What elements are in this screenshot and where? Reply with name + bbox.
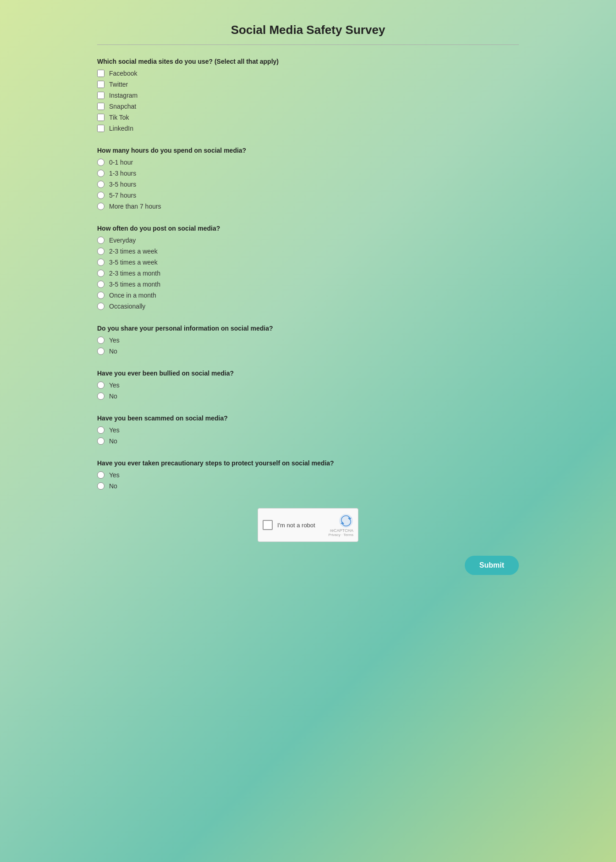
option-row: Tik Tok [97,114,519,121]
radio-post_frequency-4[interactable] [97,281,104,288]
radio-hours_on_social_media-0[interactable] [97,159,104,166]
radio-precautionary_steps-0[interactable] [97,471,104,479]
option-row: Instagram [97,92,519,99]
option-row: Yes [97,337,519,344]
option-label-post_frequency-2[interactable]: 3-5 times a week [109,259,158,266]
checkbox-social_media_sites-5[interactable] [97,125,104,132]
radio-scammed-0[interactable] [97,426,104,434]
radio-scammed-1[interactable] [97,437,104,445]
option-row: 3-5 times a month [97,281,519,288]
option-row: No [97,392,519,400]
captcha-area: I'm not a robot reCAPTCHA Privacy · Term… [97,508,519,542]
option-label-share_personal_info-0[interactable]: Yes [109,337,120,344]
option-label-precautionary_steps-0[interactable]: Yes [109,471,120,479]
option-row: Occasionally [97,303,519,310]
radio-hours_on_social_media-1[interactable] [97,170,104,177]
checkbox-social_media_sites-4[interactable] [97,114,104,121]
question-label-precautionary_steps: Have you ever taken precautionary steps … [97,459,519,467]
option-label-hours_on_social_media-1[interactable]: 1-3 hours [109,170,136,177]
option-label-post_frequency-0[interactable]: Everyday [109,237,136,244]
captcha-checkbox[interactable] [263,520,273,530]
radio-post_frequency-5[interactable] [97,292,104,299]
option-row: Yes [97,426,519,434]
option-row: 5-7 hours [97,192,519,199]
option-row: 3-5 hours [97,181,519,188]
option-label-post_frequency-4[interactable]: 3-5 times a month [109,281,160,288]
option-row: LinkedIn [97,125,519,132]
option-label-social_media_sites-5[interactable]: LinkedIn [109,125,133,132]
checkbox-social_media_sites-1[interactable] [97,81,104,88]
option-label-precautionary_steps-1[interactable]: No [109,482,117,490]
question-section-share_personal_info: Do you share your personal information o… [97,325,519,355]
option-row: Everyday [97,237,519,244]
option-label-post_frequency-3[interactable]: 2-3 times a month [109,270,160,277]
question-label-scammed: Have you been scammed on social media? [97,414,519,422]
option-row: No [97,437,519,445]
submit-button[interactable]: Submit [465,556,519,575]
radio-hours_on_social_media-2[interactable] [97,181,104,188]
radio-hours_on_social_media-4[interactable] [97,203,104,210]
radio-precautionary_steps-1[interactable] [97,482,104,490]
captcha-recaptcha-text: reCAPTCHA [330,528,353,533]
radio-post_frequency-6[interactable] [97,303,104,310]
radio-post_frequency-1[interactable] [97,248,104,255]
question-label-post_frequency: How often do you post on social media? [97,225,519,232]
question-section-hours_on_social_media: How many hours do you spend on social me… [97,147,519,210]
option-label-hours_on_social_media-4[interactable]: More than 7 hours [109,203,161,210]
submit-area: Submit [97,556,519,575]
question-section-social_media_sites: Which social media sites do you use? (Se… [97,58,519,132]
option-label-social_media_sites-1[interactable]: Twitter [109,81,128,88]
survey-title: Social Media Safety Survey [97,14,519,45]
option-row: Yes [97,381,519,389]
option-row: Once in a month [97,292,519,299]
option-row: 2-3 times a week [97,248,519,255]
option-label-social_media_sites-2[interactable]: Instagram [109,92,138,99]
radio-post_frequency-3[interactable] [97,270,104,277]
option-label-hours_on_social_media-0[interactable]: 0-1 hour [109,159,133,166]
option-row: 1-3 hours [97,170,519,177]
option-row: 3-5 times a week [97,259,519,266]
question-section-bullied: Have you ever been bullied on social med… [97,370,519,400]
option-label-hours_on_social_media-2[interactable]: 3-5 hours [109,181,136,188]
captcha-label: I'm not a robot [277,522,324,529]
radio-share_personal_info-0[interactable] [97,337,104,344]
option-label-post_frequency-1[interactable]: 2-3 times a week [109,248,158,255]
option-label-hours_on_social_media-3[interactable]: 5-7 hours [109,192,136,199]
radio-share_personal_info-1[interactable] [97,348,104,355]
radio-post_frequency-2[interactable] [97,259,104,266]
question-section-scammed: Have you been scammed on social media?Ye… [97,414,519,445]
checkbox-social_media_sites-3[interactable] [97,103,104,110]
option-label-social_media_sites-4[interactable]: Tik Tok [109,114,129,121]
question-label-bullied: Have you ever been bullied on social med… [97,370,519,377]
option-label-post_frequency-5[interactable]: Once in a month [109,292,156,299]
recaptcha-icon [339,514,353,528]
checkbox-social_media_sites-2[interactable] [97,92,104,99]
option-label-scammed-0[interactable]: Yes [109,426,120,434]
option-row: No [97,348,519,355]
question-section-post_frequency: How often do you post on social media?Ev… [97,225,519,310]
option-label-post_frequency-6[interactable]: Occasionally [109,303,145,310]
option-label-social_media_sites-0[interactable]: Facebook [109,70,137,77]
radio-post_frequency-0[interactable] [97,237,104,244]
checkbox-social_media_sites-0[interactable] [97,70,104,77]
question-section-precautionary_steps: Have you ever taken precautionary steps … [97,459,519,490]
radio-hours_on_social_media-3[interactable] [97,192,104,199]
questions-container: Which social media sites do you use? (Se… [97,58,519,490]
captcha-box[interactable]: I'm not a robot reCAPTCHA Privacy · Term… [258,508,358,542]
option-row: Facebook [97,70,519,77]
captcha-branding: reCAPTCHA Privacy · Terms [328,514,353,537]
survey-container: Social Media Safety Survey Which social … [88,0,528,602]
option-row: More than 7 hours [97,203,519,210]
captcha-links: Privacy · Terms [328,533,353,537]
option-row: 2-3 times a month [97,270,519,277]
radio-bullied-0[interactable] [97,381,104,389]
option-label-scammed-1[interactable]: No [109,437,117,445]
radio-bullied-1[interactable] [97,392,104,400]
option-row: Snapchat [97,103,519,110]
option-label-share_personal_info-1[interactable]: No [109,348,117,355]
option-row: 0-1 hour [97,159,519,166]
option-row: Yes [97,471,519,479]
option-label-bullied-0[interactable]: Yes [109,381,120,389]
option-label-bullied-1[interactable]: No [109,392,117,400]
option-label-social_media_sites-3[interactable]: Snapchat [109,103,136,110]
